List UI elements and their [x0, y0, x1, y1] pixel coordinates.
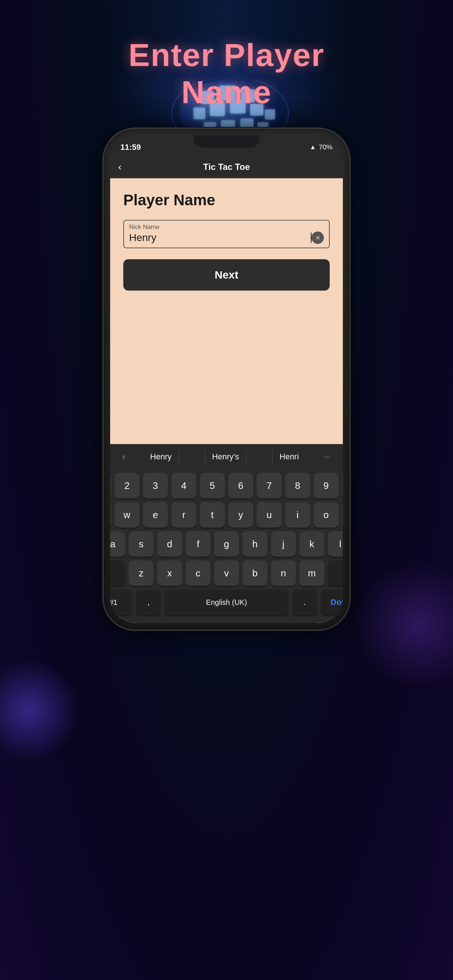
side-button-volume-up — [102, 220, 103, 256]
page-title: Enter Player Name — [113, 37, 340, 111]
delete-key[interactable]: ⌫ — [328, 560, 343, 586]
key-o[interactable]: o — [314, 502, 338, 528]
side-button-silent — [102, 187, 103, 213]
key-v[interactable]: v — [214, 560, 239, 586]
notch — [194, 135, 259, 148]
done-key[interactable]: Done — [321, 590, 343, 615]
key-s[interactable]: s — [129, 531, 153, 557]
key-d[interactable]: d — [157, 531, 182, 557]
keyboard-rows: 1 2 3 4 5 6 7 8 9 0 q w — [110, 470, 343, 623]
key-e[interactable]: e — [143, 502, 168, 528]
bg-glow-right — [354, 561, 453, 688]
signal-icon: ▲ — [309, 144, 316, 151]
key-6[interactable]: 6 — [228, 473, 253, 498]
key-a[interactable]: a — [110, 531, 125, 557]
space-key[interactable]: English (UK) — [164, 590, 289, 615]
keyboard: ‹ Henry Henry's Henri ··· 1 2 3 4 — [110, 444, 343, 623]
key-q[interactable]: q — [110, 502, 111, 528]
phone-frame: 11:59 ▲ 70% ‹ Tic Tac Toe Player Name Ni… — [102, 127, 351, 631]
comma-key[interactable]: , — [136, 590, 161, 615]
section-title: Player Name — [123, 191, 330, 209]
key-k[interactable]: k — [300, 531, 324, 557]
period-key[interactable]: . — [292, 590, 317, 615]
key-i[interactable]: i — [285, 502, 310, 528]
suggestion-2[interactable]: Henry's — [205, 450, 247, 464]
key-l[interactable]: l — [328, 531, 343, 557]
key-y[interactable]: y — [228, 502, 253, 528]
back-button[interactable]: ‹ — [118, 161, 121, 173]
nav-title: Tic Tac Toe — [203, 162, 250, 172]
key-4[interactable]: 4 — [171, 473, 196, 498]
shift-key[interactable]: ⇧ — [110, 560, 125, 586]
status-right: ▲ 70% — [309, 143, 333, 151]
bottom-row: !#1 , English (UK) . Done — [113, 590, 340, 615]
key-7[interactable]: 7 — [257, 473, 282, 498]
num-sym-key[interactable]: !#1 — [110, 590, 132, 615]
number-row: 1 2 3 4 5 6 7 8 9 0 — [113, 473, 340, 498]
suggestion-3[interactable]: Henri — [272, 450, 306, 464]
battery-text: 70% — [319, 143, 333, 151]
autocomplete-suggestions: Henry Henry's Henri — [130, 450, 318, 464]
key-1[interactable]: 1 — [110, 473, 111, 498]
key-g[interactable]: g — [214, 531, 239, 557]
key-r[interactable]: r — [171, 502, 196, 528]
row-zxcvbnm: ⇧ z x c v b n m ⌫ — [113, 560, 340, 586]
key-8[interactable]: 8 — [285, 473, 310, 498]
side-button-volume-down — [102, 264, 103, 300]
key-h[interactable]: h — [242, 531, 267, 557]
autocomplete-more-icon[interactable]: ··· — [319, 452, 335, 461]
clear-input-button[interactable] — [311, 232, 324, 244]
page-title-container: Enter Player Name — [113, 37, 340, 111]
key-x[interactable]: x — [157, 560, 182, 586]
key-3[interactable]: 3 — [143, 473, 168, 498]
key-w[interactable]: w — [115, 502, 139, 528]
phone-wrapper: 11:59 ▲ 70% ‹ Tic Tac Toe Player Name Ni… — [102, 127, 351, 631]
key-0[interactable]: 0 — [342, 473, 343, 498]
autocomplete-back-icon[interactable]: ‹ — [118, 452, 130, 461]
key-f[interactable]: f — [186, 531, 211, 557]
key-t[interactable]: t — [200, 502, 225, 528]
key-m[interactable]: m — [300, 560, 324, 586]
key-5[interactable]: 5 — [200, 473, 225, 498]
input-field-row: Henry — [129, 232, 324, 244]
status-time: 11:59 — [120, 143, 141, 152]
key-n[interactable]: n — [271, 560, 296, 586]
key-z[interactable]: z — [129, 560, 153, 586]
phone-screen: 11:59 ▲ 70% ‹ Tic Tac Toe Player Name Ni… — [110, 135, 343, 623]
navigation-bar: ‹ Tic Tac Toe — [110, 156, 343, 178]
nickname-input-wrapper[interactable]: Nick Name Henry — [123, 220, 330, 248]
key-9[interactable]: 9 — [314, 473, 338, 498]
key-j[interactable]: j — [271, 531, 296, 557]
input-value[interactable]: Henry — [129, 232, 310, 243]
key-u[interactable]: u — [257, 502, 282, 528]
row-asdf: a s d f g h j k l — [113, 531, 340, 557]
next-button[interactable]: Next — [123, 259, 330, 291]
key-b[interactable]: b — [242, 560, 267, 586]
row-qwerty: q w e r t y u i o p — [113, 502, 340, 528]
svg-rect-8 — [265, 110, 275, 119]
key-p[interactable]: p — [342, 502, 343, 528]
input-label: Nick Name — [129, 223, 324, 231]
key-2[interactable]: 2 — [115, 473, 139, 498]
key-c[interactable]: c — [186, 560, 211, 586]
autocomplete-bar: ‹ Henry Henry's Henri ··· — [110, 444, 343, 470]
suggestion-1[interactable]: Henry — [143, 450, 179, 464]
content-area: Player Name Nick Name Henry Next — [110, 178, 343, 305]
side-button-power — [350, 231, 351, 285]
bg-glow-left — [0, 659, 80, 761]
